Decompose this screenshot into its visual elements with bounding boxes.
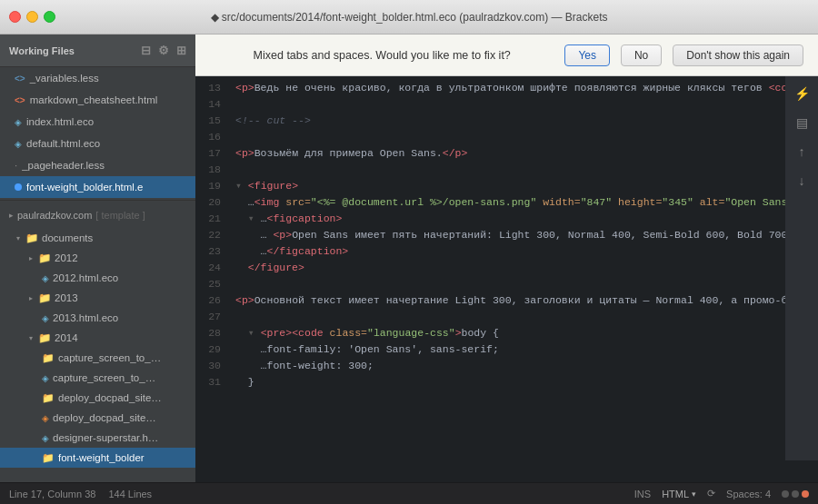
expand-arrow: ▸ — [9, 211, 14, 220]
code-content[interactable]: <p>Ведь не очень красиво, когда в ультра… — [228, 76, 818, 482]
tree-item-2012eco[interactable]: ◈ 2012.html.eco — [0, 268, 195, 288]
folder-icon: 📁 — [38, 331, 51, 344]
language-button[interactable]: HTML ▾ — [662, 489, 696, 499]
sidebar-divider — [0, 200, 195, 201]
tree-label: 2012.html.eco — [53, 272, 118, 283]
insert-mode: INS — [634, 489, 651, 499]
minimize-button[interactable] — [26, 11, 38, 23]
titlebar: ◆ src/documents/2014/font-weight_bolder.… — [0, 0, 818, 35]
line-number: 31 — [195, 374, 221, 390]
notification-message: Mixed tabs and spaces. Would you like me… — [210, 49, 554, 62]
tree-item-deploy1[interactable]: 📁 deploy_docpad_site… — [0, 388, 195, 408]
line-number: 19 — [195, 178, 221, 194]
less-icon: · — [15, 160, 17, 171]
window-controls — [9, 11, 55, 23]
file-tree: ▾ 📁 documents ▸ 📁 2012 ◈ 2012.html.eco ▸… — [0, 228, 195, 482]
line-number: 26 — [195, 292, 221, 309]
lightning-icon[interactable]: ⚡ — [788, 80, 815, 107]
eco-icon: ◈ — [42, 433, 49, 443]
line-number: 27 — [195, 309, 221, 325]
folder-icon: 📁 — [42, 352, 55, 364]
settings-icon[interactable]: ⚙ — [158, 44, 169, 57]
code-line — [235, 309, 818, 325]
file-item-pageheader[interactable]: · _pageheader.less — [0, 154, 195, 176]
code-line: <!-- cut --> — [235, 113, 818, 129]
file-item-default[interactable]: ◈ default.html.eco — [0, 133, 195, 154]
file-item-index[interactable]: ◈ index.html.eco — [0, 111, 195, 133]
dont-show-button[interactable]: Don't show this again — [673, 44, 803, 66]
eco-icon: ◈ — [42, 413, 49, 423]
maximize-button[interactable] — [44, 11, 55, 23]
code-line: ▾ <figure> — [235, 178, 818, 194]
code-line: …font-family: 'Open Sans', sans-serif; — [235, 341, 818, 358]
tree-label: 2013 — [55, 292, 78, 303]
tree-label: capture_screen_to_… — [53, 372, 155, 383]
code-line: <p>Возьмём для примера Open Sans.</p> — [235, 145, 818, 162]
tree-item-fontweight-folder[interactable]: 📁 font-weight_bolder — [0, 448, 195, 468]
working-files-header: Working Files ⊟ ⚙ ⊞ — [0, 35, 195, 67]
line-number: 29 — [195, 341, 221, 358]
project-user: paulradzkov.com — [17, 210, 92, 221]
yes-button[interactable]: Yes — [564, 44, 610, 66]
collapse-icon[interactable]: ⊟ — [141, 44, 151, 57]
eco-icon: ◈ — [42, 313, 49, 323]
no-button[interactable]: No — [621, 44, 662, 66]
spaces-label[interactable]: Spaces: 4 — [726, 489, 771, 499]
file-item-markdown[interactable]: <> markdown_cheatsheet.html — [0, 89, 195, 111]
tree-item-2012-folder[interactable]: ▸ 📁 2012 — [0, 248, 195, 268]
sidebar: Working Files ⊟ ⚙ ⊞ <> _variables.less <… — [0, 35, 195, 482]
code-line — [235, 129, 818, 145]
folder-icon: 📁 — [42, 452, 55, 464]
line-number: 18 — [195, 162, 221, 178]
eco-icon: ◈ — [42, 373, 49, 383]
tree-label: 2013.html.eco — [53, 312, 118, 323]
close-button[interactable] — [9, 11, 21, 23]
line-number: 16 — [195, 129, 221, 145]
tree-item-capture1[interactable]: 📁 capture_screen_to_… — [0, 348, 195, 368]
tree-label: 2014 — [55, 332, 78, 343]
split-icon[interactable]: ⊞ — [176, 44, 186, 57]
line-number: 15 — [195, 113, 221, 129]
chart-icon[interactable]: ▤ — [788, 109, 815, 136]
tree-item-deploy2[interactable]: ◈ deploy_docpad_site… — [0, 408, 195, 428]
down-icon[interactable]: ↓ — [788, 167, 815, 194]
language-label: HTML — [662, 489, 689, 499]
tree-item-2013eco[interactable]: ◈ 2013.html.eco — [0, 308, 195, 328]
tree-item-2014-folder[interactable]: ▾ 📁 2014 — [0, 328, 195, 348]
line-number: 23 — [195, 243, 221, 260]
code-line: } — [235, 374, 818, 390]
tree-item-documents[interactable]: ▾ 📁 documents — [0, 228, 195, 248]
line-number: 25 — [195, 276, 221, 292]
project-header[interactable]: ▸ paulradzkov.com [ template ] — [0, 203, 195, 228]
tree-label: documents — [42, 232, 93, 243]
folder-arrow: ▾ — [16, 234, 20, 242]
editor-area: Mixed tabs and spaces. Would you like me… — [195, 35, 818, 482]
code-line: …<img src="<%= @document.url %>/open-san… — [235, 194, 818, 211]
tree-item-designer[interactable]: ◈ designer-superstar.h… — [0, 428, 195, 448]
eco-icon: ◈ — [15, 117, 22, 127]
code-line: ▾ <pre><code class="language-css">body { — [235, 325, 818, 341]
up-icon[interactable]: ↑ — [788, 138, 815, 165]
eco-icon: ◈ — [42, 273, 49, 283]
file-item-fontweight[interactable]: font-weight_bolder.html.e — [0, 176, 195, 198]
file-item-variables[interactable]: <> _variables.less — [0, 67, 195, 89]
dot-1 — [782, 490, 789, 498]
folder-arrow: ▸ — [29, 294, 33, 302]
line-number: 21 — [195, 211, 221, 227]
status-dots — [782, 490, 809, 498]
code-editor[interactable]: 13141516171819202122232425262728293031 <… — [195, 76, 818, 482]
tree-label: designer-superstar.h… — [53, 432, 158, 443]
status-bar: Line 17, Column 38 144 Lines INS HTML ▾ … — [0, 482, 818, 504]
line-number: 22 — [195, 227, 221, 243]
tree-item-capture2[interactable]: ◈ capture_screen_to_… — [0, 368, 195, 388]
line-number: 17 — [195, 145, 221, 162]
tree-item-2013-folder[interactable]: ▸ 📁 2013 — [0, 288, 195, 308]
line-number: 14 — [195, 96, 221, 113]
line-number: 30 — [195, 358, 221, 374]
file-name: _variables.less — [30, 73, 99, 84]
folder-arrow: ▸ — [29, 254, 33, 262]
encoding-icon[interactable]: ⟳ — [707, 488, 715, 499]
notification-bar: Mixed tabs and spaces. Would you like me… — [195, 35, 818, 76]
code-line: … <p>Open Sans имеет пять начертаний: Li… — [235, 227, 818, 243]
code-line — [235, 96, 818, 113]
